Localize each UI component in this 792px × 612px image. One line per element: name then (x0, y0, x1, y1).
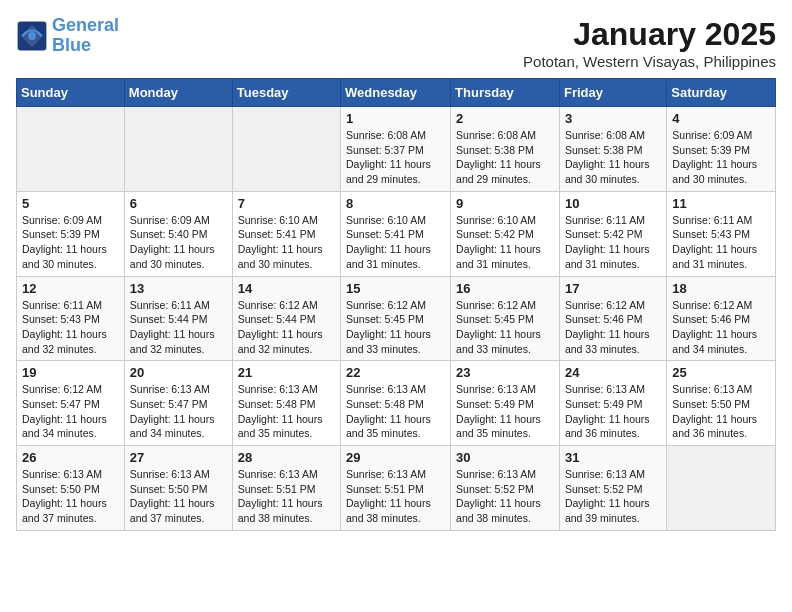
day-info: Sunrise: 6:10 AMSunset: 5:41 PMDaylight:… (238, 213, 335, 272)
day-number: 28 (238, 450, 335, 465)
day-number: 19 (22, 365, 119, 380)
day-number: 3 (565, 111, 661, 126)
calendar-cell: 24Sunrise: 6:13 AMSunset: 5:49 PMDayligh… (559, 361, 666, 446)
day-info: Sunrise: 6:13 AMSunset: 5:49 PMDaylight:… (565, 382, 661, 441)
calendar-week-5: 26Sunrise: 6:13 AMSunset: 5:50 PMDayligh… (17, 446, 776, 531)
calendar-week-2: 5Sunrise: 6:09 AMSunset: 5:39 PMDaylight… (17, 191, 776, 276)
weekday-header-saturday: Saturday (667, 79, 776, 107)
day-info: Sunrise: 6:08 AMSunset: 5:38 PMDaylight:… (456, 128, 554, 187)
calendar-cell: 27Sunrise: 6:13 AMSunset: 5:50 PMDayligh… (124, 446, 232, 531)
calendar-cell: 4Sunrise: 6:09 AMSunset: 5:39 PMDaylight… (667, 107, 776, 192)
day-info: Sunrise: 6:13 AMSunset: 5:50 PMDaylight:… (22, 467, 119, 526)
calendar-cell: 7Sunrise: 6:10 AMSunset: 5:41 PMDaylight… (232, 191, 340, 276)
day-number: 29 (346, 450, 445, 465)
weekday-header-wednesday: Wednesday (341, 79, 451, 107)
calendar-cell: 3Sunrise: 6:08 AMSunset: 5:38 PMDaylight… (559, 107, 666, 192)
day-number: 23 (456, 365, 554, 380)
day-number: 7 (238, 196, 335, 211)
month-title: January 2025 (523, 16, 776, 53)
day-info: Sunrise: 6:13 AMSunset: 5:48 PMDaylight:… (346, 382, 445, 441)
day-info: Sunrise: 6:09 AMSunset: 5:39 PMDaylight:… (22, 213, 119, 272)
calendar-cell: 10Sunrise: 6:11 AMSunset: 5:42 PMDayligh… (559, 191, 666, 276)
calendar-header-row: SundayMondayTuesdayWednesdayThursdayFrid… (17, 79, 776, 107)
calendar-cell: 12Sunrise: 6:11 AMSunset: 5:43 PMDayligh… (17, 276, 125, 361)
day-info: Sunrise: 6:11 AMSunset: 5:44 PMDaylight:… (130, 298, 227, 357)
weekday-header-tuesday: Tuesday (232, 79, 340, 107)
calendar-table: SundayMondayTuesdayWednesdayThursdayFrid… (16, 78, 776, 531)
calendar-cell: 28Sunrise: 6:13 AMSunset: 5:51 PMDayligh… (232, 446, 340, 531)
page-header: General Blue January 2025 Pototan, Weste… (16, 16, 776, 70)
calendar-cell: 8Sunrise: 6:10 AMSunset: 5:41 PMDaylight… (341, 191, 451, 276)
calendar-week-3: 12Sunrise: 6:11 AMSunset: 5:43 PMDayligh… (17, 276, 776, 361)
calendar-cell: 1Sunrise: 6:08 AMSunset: 5:37 PMDaylight… (341, 107, 451, 192)
day-info: Sunrise: 6:12 AMSunset: 5:45 PMDaylight:… (346, 298, 445, 357)
day-number: 30 (456, 450, 554, 465)
day-info: Sunrise: 6:13 AMSunset: 5:50 PMDaylight:… (672, 382, 770, 441)
day-info: Sunrise: 6:13 AMSunset: 5:50 PMDaylight:… (130, 467, 227, 526)
calendar-cell: 23Sunrise: 6:13 AMSunset: 5:49 PMDayligh… (451, 361, 560, 446)
day-info: Sunrise: 6:13 AMSunset: 5:51 PMDaylight:… (346, 467, 445, 526)
calendar-week-4: 19Sunrise: 6:12 AMSunset: 5:47 PMDayligh… (17, 361, 776, 446)
day-number: 27 (130, 450, 227, 465)
calendar-cell (667, 446, 776, 531)
day-number: 9 (456, 196, 554, 211)
day-number: 6 (130, 196, 227, 211)
calendar-cell: 5Sunrise: 6:09 AMSunset: 5:39 PMDaylight… (17, 191, 125, 276)
calendar-cell: 18Sunrise: 6:12 AMSunset: 5:46 PMDayligh… (667, 276, 776, 361)
calendar-cell: 13Sunrise: 6:11 AMSunset: 5:44 PMDayligh… (124, 276, 232, 361)
day-number: 5 (22, 196, 119, 211)
calendar-cell: 15Sunrise: 6:12 AMSunset: 5:45 PMDayligh… (341, 276, 451, 361)
calendar-cell: 9Sunrise: 6:10 AMSunset: 5:42 PMDaylight… (451, 191, 560, 276)
day-number: 25 (672, 365, 770, 380)
logo-text: General Blue (52, 16, 119, 56)
day-number: 12 (22, 281, 119, 296)
day-info: Sunrise: 6:10 AMSunset: 5:42 PMDaylight:… (456, 213, 554, 272)
day-info: Sunrise: 6:11 AMSunset: 5:43 PMDaylight:… (22, 298, 119, 357)
logo: General Blue (16, 16, 119, 56)
calendar-cell: 6Sunrise: 6:09 AMSunset: 5:40 PMDaylight… (124, 191, 232, 276)
calendar-cell: 11Sunrise: 6:11 AMSunset: 5:43 PMDayligh… (667, 191, 776, 276)
svg-point-2 (28, 32, 36, 40)
day-number: 20 (130, 365, 227, 380)
calendar-cell: 17Sunrise: 6:12 AMSunset: 5:46 PMDayligh… (559, 276, 666, 361)
calendar-cell: 19Sunrise: 6:12 AMSunset: 5:47 PMDayligh… (17, 361, 125, 446)
calendar-cell: 21Sunrise: 6:13 AMSunset: 5:48 PMDayligh… (232, 361, 340, 446)
calendar-cell: 26Sunrise: 6:13 AMSunset: 5:50 PMDayligh… (17, 446, 125, 531)
calendar-cell: 22Sunrise: 6:13 AMSunset: 5:48 PMDayligh… (341, 361, 451, 446)
calendar-cell: 16Sunrise: 6:12 AMSunset: 5:45 PMDayligh… (451, 276, 560, 361)
weekday-header-thursday: Thursday (451, 79, 560, 107)
day-number: 11 (672, 196, 770, 211)
day-info: Sunrise: 6:13 AMSunset: 5:47 PMDaylight:… (130, 382, 227, 441)
title-block: January 2025 Pototan, Western Visayas, P… (523, 16, 776, 70)
day-info: Sunrise: 6:08 AMSunset: 5:37 PMDaylight:… (346, 128, 445, 187)
day-number: 15 (346, 281, 445, 296)
day-number: 22 (346, 365, 445, 380)
day-number: 1 (346, 111, 445, 126)
day-info: Sunrise: 6:13 AMSunset: 5:52 PMDaylight:… (565, 467, 661, 526)
day-info: Sunrise: 6:10 AMSunset: 5:41 PMDaylight:… (346, 213, 445, 272)
calendar-cell (124, 107, 232, 192)
day-number: 8 (346, 196, 445, 211)
day-number: 18 (672, 281, 770, 296)
calendar-cell: 29Sunrise: 6:13 AMSunset: 5:51 PMDayligh… (341, 446, 451, 531)
calendar-cell: 20Sunrise: 6:13 AMSunset: 5:47 PMDayligh… (124, 361, 232, 446)
weekday-header-friday: Friday (559, 79, 666, 107)
day-info: Sunrise: 6:13 AMSunset: 5:48 PMDaylight:… (238, 382, 335, 441)
day-number: 21 (238, 365, 335, 380)
calendar-cell: 2Sunrise: 6:08 AMSunset: 5:38 PMDaylight… (451, 107, 560, 192)
weekday-header-sunday: Sunday (17, 79, 125, 107)
day-info: Sunrise: 6:09 AMSunset: 5:40 PMDaylight:… (130, 213, 227, 272)
day-number: 17 (565, 281, 661, 296)
day-info: Sunrise: 6:13 AMSunset: 5:52 PMDaylight:… (456, 467, 554, 526)
location-title: Pototan, Western Visayas, Philippines (523, 53, 776, 70)
day-number: 14 (238, 281, 335, 296)
day-info: Sunrise: 6:13 AMSunset: 5:51 PMDaylight:… (238, 467, 335, 526)
day-number: 16 (456, 281, 554, 296)
day-number: 13 (130, 281, 227, 296)
weekday-header-monday: Monday (124, 79, 232, 107)
day-info: Sunrise: 6:12 AMSunset: 5:46 PMDaylight:… (565, 298, 661, 357)
calendar-cell: 25Sunrise: 6:13 AMSunset: 5:50 PMDayligh… (667, 361, 776, 446)
day-info: Sunrise: 6:12 AMSunset: 5:47 PMDaylight:… (22, 382, 119, 441)
calendar-cell: 14Sunrise: 6:12 AMSunset: 5:44 PMDayligh… (232, 276, 340, 361)
day-info: Sunrise: 6:13 AMSunset: 5:49 PMDaylight:… (456, 382, 554, 441)
